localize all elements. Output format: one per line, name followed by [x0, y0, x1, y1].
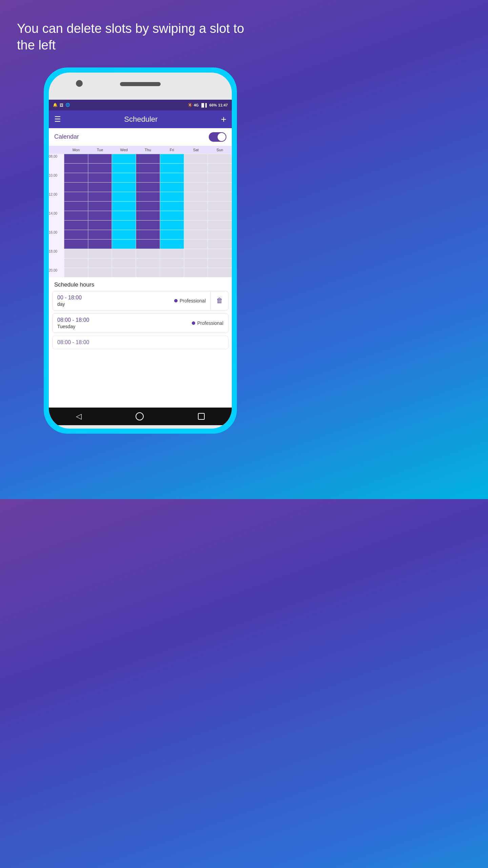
cell-sun-09[interactable] — [208, 163, 232, 173]
cell-sun-18[interactable] — [208, 249, 232, 258]
cell-sat-15[interactable] — [184, 220, 208, 230]
cell-fri-11[interactable] — [160, 182, 184, 192]
cell-sat-10[interactable] — [184, 173, 208, 182]
cell-thu-20[interactable] — [136, 268, 160, 277]
cell-tue-12[interactable] — [88, 192, 112, 201]
cell-sun-20[interactable] — [208, 268, 232, 277]
cell-thu-17[interactable] — [136, 239, 160, 249]
cell-sun-13[interactable] — [208, 201, 232, 211]
cell-sun-15[interactable] — [208, 220, 232, 230]
cell-fri-16[interactable] — [160, 230, 184, 239]
cell-wed-09[interactable] — [112, 163, 136, 173]
delete-panel-1[interactable]: 🗑 — [211, 291, 228, 311]
cell-thu-12[interactable] — [136, 192, 160, 201]
cell-mon-19[interactable] — [64, 258, 88, 268]
cell-wed-10[interactable] — [112, 173, 136, 182]
cell-mon-17[interactable] — [64, 239, 88, 249]
cell-thu-10[interactable] — [136, 173, 160, 182]
cell-thu-13[interactable] — [136, 201, 160, 211]
cell-fri-13[interactable] — [160, 201, 184, 211]
nav-recent-button[interactable] — [198, 413, 205, 420]
cell-wed-14[interactable] — [112, 211, 136, 220]
cell-mon-10[interactable] — [64, 173, 88, 182]
cell-mon-12[interactable] — [64, 192, 88, 201]
cell-wed-08[interactable] — [112, 154, 136, 163]
calendar-toggle[interactable] — [209, 132, 226, 142]
cell-mon-15[interactable] — [64, 220, 88, 230]
cell-mon-11[interactable] — [64, 182, 88, 192]
cell-tue-19[interactable] — [88, 258, 112, 268]
cell-tue-20[interactable] — [88, 268, 112, 277]
cell-sun-14[interactable] — [208, 211, 232, 220]
cell-mon-09[interactable] — [64, 163, 88, 173]
cell-thu-19[interactable] — [136, 258, 160, 268]
cell-mon-20[interactable] — [64, 268, 88, 277]
cell-tue-11[interactable] — [88, 182, 112, 192]
cell-sun-17[interactable] — [208, 239, 232, 249]
schedule-item-2[interactable]: 08:00 - 18:00 Tuesday Professional — [52, 313, 228, 333]
cell-fri-18[interactable] — [160, 249, 184, 258]
cell-wed-12[interactable] — [112, 192, 136, 201]
cell-tue-14[interactable] — [88, 211, 112, 220]
cell-wed-17[interactable] — [112, 239, 136, 249]
cell-wed-11[interactable] — [112, 182, 136, 192]
cell-fri-14[interactable] — [160, 211, 184, 220]
cell-sun-08[interactable] — [208, 154, 232, 163]
cell-wed-19[interactable] — [112, 258, 136, 268]
cell-thu-14[interactable] — [136, 211, 160, 220]
nav-home-button[interactable] — [136, 412, 144, 420]
cell-tue-08[interactable] — [88, 154, 112, 163]
cell-tue-15[interactable] — [88, 220, 112, 230]
cell-tue-18[interactable] — [88, 249, 112, 258]
cell-fri-20[interactable] — [160, 268, 184, 277]
cell-sat-13[interactable] — [184, 201, 208, 211]
cell-thu-15[interactable] — [136, 220, 160, 230]
cell-fri-19[interactable] — [160, 258, 184, 268]
cell-fri-15[interactable] — [160, 220, 184, 230]
cell-sat-18[interactable] — [184, 249, 208, 258]
cell-fri-17[interactable] — [160, 239, 184, 249]
cell-sun-10[interactable] — [208, 173, 232, 182]
cell-thu-09[interactable] — [136, 163, 160, 173]
cell-tue-16[interactable] — [88, 230, 112, 239]
cell-sat-16[interactable] — [184, 230, 208, 239]
cell-sat-20[interactable] — [184, 268, 208, 277]
cell-mon-16[interactable] — [64, 230, 88, 239]
cell-sat-19[interactable] — [184, 258, 208, 268]
cell-tue-17[interactable] — [88, 239, 112, 249]
cell-fri-08[interactable] — [160, 154, 184, 163]
add-slot-button[interactable]: + — [221, 114, 226, 125]
cell-fri-09[interactable] — [160, 163, 184, 173]
cell-wed-20[interactable] — [112, 268, 136, 277]
cell-sat-09[interactable] — [184, 163, 208, 173]
cell-sat-08[interactable] — [184, 154, 208, 163]
cell-thu-18[interactable] — [136, 249, 160, 258]
cell-sun-19[interactable] — [208, 258, 232, 268]
cell-sat-11[interactable] — [184, 182, 208, 192]
cell-sun-11[interactable] — [208, 182, 232, 192]
cell-wed-16[interactable] — [112, 230, 136, 239]
cell-thu-16[interactable] — [136, 230, 160, 239]
cell-tue-10[interactable] — [88, 173, 112, 182]
cell-mon-08[interactable] — [64, 154, 88, 163]
cell-fri-12[interactable] — [160, 192, 184, 201]
cell-thu-08[interactable] — [136, 154, 160, 163]
cell-tue-13[interactable] — [88, 201, 112, 211]
cell-sun-12[interactable] — [208, 192, 232, 201]
cell-thu-11[interactable] — [136, 182, 160, 192]
cell-mon-14[interactable] — [64, 211, 88, 220]
cell-fri-10[interactable] — [160, 173, 184, 182]
schedule-item-1[interactable]: 00 - 18:00 day Professional — [52, 291, 211, 311]
cell-sat-12[interactable] — [184, 192, 208, 201]
schedule-item-3[interactable]: 08:00 - 18:00 — [52, 336, 228, 349]
cell-sat-14[interactable] — [184, 211, 208, 220]
cell-tue-09[interactable] — [88, 163, 112, 173]
nav-back-button[interactable]: ◁ — [76, 412, 82, 421]
cell-sat-17[interactable] — [184, 239, 208, 249]
cell-wed-18[interactable] — [112, 249, 136, 258]
cell-mon-18[interactable] — [64, 249, 88, 258]
hamburger-menu-icon[interactable]: ☰ — [54, 115, 61, 124]
cell-sun-16[interactable] — [208, 230, 232, 239]
cell-wed-13[interactable] — [112, 201, 136, 211]
cell-mon-13[interactable] — [64, 201, 88, 211]
